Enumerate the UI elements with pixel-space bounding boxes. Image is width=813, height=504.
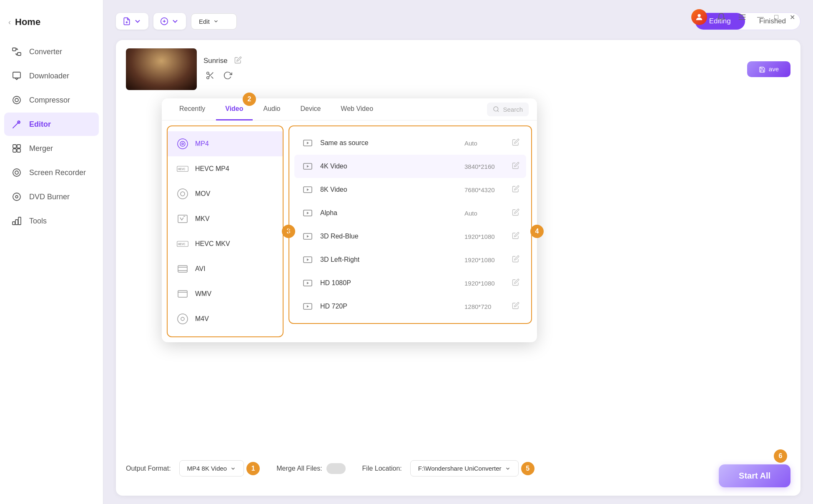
format-item-hevc-mkv[interactable]: HEVC HEVC MKV — [168, 231, 283, 256]
menu-icon[interactable] — [735, 10, 749, 24]
output-format-select[interactable]: MP4 8K Video — [179, 460, 244, 476]
resolution-item-8k[interactable]: 8K Video 7680*4320 — [294, 178, 526, 201]
merge-toggle: Merge All Files: — [276, 463, 345, 474]
sidebar-item-downloader[interactable]: Downloader — [4, 64, 99, 88]
format-item-hevc-mp4[interactable]: HEVC HEVC MP4 — [168, 156, 283, 181]
sidebar-item-screen-recorder[interactable]: Screen Recorder — [4, 161, 99, 184]
sidebar-collapse-icon[interactable]: ‹ — [8, 18, 11, 27]
video-file-icon-8k — [301, 183, 314, 196]
svg-point-34 — [180, 141, 185, 146]
tab-audio[interactable]: Audio — [254, 98, 290, 120]
res-edit-8k[interactable] — [512, 185, 519, 194]
svg-line-29 — [211, 76, 213, 78]
video-file-icon-3d-lr — [301, 253, 314, 266]
video-file-icon-3d-rb — [301, 230, 314, 243]
sidebar-item-dvd-burner[interactable]: DVD Burner — [4, 185, 99, 208]
format-item-mov[interactable]: MOV — [168, 181, 283, 206]
resolution-item-hd-720p[interactable]: HD 720P 1280*720 — [294, 295, 526, 318]
res-edit-3d-left-right[interactable] — [512, 255, 519, 264]
file-location-select[interactable]: F:\Wondershare UniConverter — [410, 460, 519, 476]
format-list: MP4 HEVC HEVC MP4 — [167, 125, 284, 337]
sidebar-item-label-tools: Tools — [29, 217, 47, 226]
format-item-mp4[interactable]: MP4 — [168, 131, 283, 156]
sidebar-header: ‹ Home — [0, 13, 103, 40]
maximize-button[interactable]: □ — [772, 13, 780, 21]
res-size-hd-1080p: 1920*1080 — [464, 280, 506, 287]
svg-line-32 — [498, 110, 499, 112]
video-edit-icon[interactable] — [234, 56, 242, 65]
edit-dropdown[interactable]: Edit — [191, 13, 237, 30]
format-item-mkv[interactable]: MKV — [168, 206, 283, 231]
search-placeholder: Search — [503, 106, 523, 113]
bottom-bar: Output Format: MP4 8K Video 1 Merge All … — [126, 443, 790, 487]
format-label-m4v: M4V — [195, 315, 209, 323]
add-url-button[interactable] — [153, 13, 186, 30]
format-item-m4v[interactable]: M4V — [168, 306, 283, 331]
merge-toggle-switch[interactable] — [326, 463, 346, 474]
cut-icon[interactable] — [203, 69, 217, 82]
user-avatar[interactable] — [691, 9, 707, 25]
merge-label: Merge All Files: — [276, 465, 322, 472]
mkv-icon — [176, 212, 189, 226]
save-label: ave — [769, 65, 779, 73]
start-all-button[interactable]: Start All — [719, 464, 790, 487]
notification-icon[interactable] — [715, 10, 728, 24]
format-item-avi[interactable]: AVI — [168, 256, 283, 281]
svg-point-38 — [178, 189, 188, 199]
resolution-item-same-as-source[interactable]: Same as source Auto — [294, 131, 526, 155]
res-edit-3d-red-blue[interactable] — [512, 232, 519, 241]
rotate-icon[interactable] — [221, 69, 234, 82]
sidebar-item-converter[interactable]: Converter — [4, 40, 99, 63]
sidebar-item-label-screen-recorder: Screen Recorder — [29, 168, 86, 177]
close-button[interactable]: ✕ — [788, 13, 796, 21]
sidebar-item-label-merger: Merger — [29, 144, 53, 153]
svg-point-33 — [178, 139, 188, 149]
converter-icon — [11, 46, 23, 58]
resolution-item-alpha[interactable]: Alpha Auto — [294, 201, 526, 225]
resolution-list: Same as source Auto — [289, 125, 532, 324]
svg-rect-14 — [13, 222, 15, 225]
sidebar-item-compressor[interactable]: Compressor — [4, 88, 99, 112]
video-file-icon-1080p — [301, 276, 314, 290]
svg-point-3 — [13, 96, 20, 104]
sidebar-item-merger[interactable]: Merger — [4, 137, 99, 160]
main-content: — □ ✕ Edit — [103, 0, 813, 504]
sidebar-item-tools[interactable]: Tools — [4, 209, 99, 233]
svg-rect-6 — [13, 145, 16, 148]
svg-line-30 — [208, 74, 210, 75]
res-label-4k: 4K Video — [320, 163, 459, 170]
save-button[interactable]: ave — [747, 61, 790, 77]
resolution-item-3d-left-right[interactable]: 3D Left-Right 1920*1080 — [294, 248, 526, 271]
video-info: Sunrise — [203, 56, 242, 82]
resolution-item-3d-red-blue[interactable]: 3D Red-Blue 1920*1080 — [294, 225, 526, 248]
sidebar-title: Home — [15, 17, 40, 28]
tab-recently[interactable]: Recently — [170, 98, 214, 120]
mp4-icon — [176, 137, 189, 150]
resolution-item-4k[interactable]: 4K Video 3840*2160 — [294, 155, 526, 178]
res-edit-alpha[interactable] — [512, 208, 519, 218]
svg-marker-54 — [307, 165, 309, 168]
video-thumbnail — [126, 48, 197, 90]
svg-point-10 — [15, 171, 18, 174]
res-size-hd-720p: 1280*720 — [464, 303, 506, 310]
video-controls — [203, 69, 242, 82]
format-search[interactable]: Search — [487, 103, 529, 116]
sidebar-item-editor[interactable]: Editor — [4, 113, 99, 136]
format-label-mov: MOV — [195, 190, 210, 198]
res-edit-4k[interactable] — [512, 162, 519, 171]
video-row: Sunrise — [126, 48, 790, 90]
tab-device[interactable]: Device — [291, 98, 330, 120]
hevc-mkv-icon: HEVC — [176, 237, 189, 251]
add-file-button[interactable] — [116, 13, 148, 30]
format-picker: Recently Video Audio Device Web Video Se… — [162, 98, 537, 342]
res-size-8k: 7680*4320 — [464, 186, 506, 193]
tab-web-video[interactable]: Web Video — [331, 98, 382, 120]
resolution-item-hd-1080p[interactable]: HD 1080P 1920*1080 — [294, 271, 526, 295]
minimize-button[interactable]: — — [756, 13, 765, 21]
format-item-wmv[interactable]: WMV — [168, 281, 283, 306]
badge-5: 5 — [521, 462, 534, 475]
avi-icon — [176, 262, 189, 276]
res-edit-same-as-source[interactable] — [512, 138, 519, 148]
res-edit-hd-720p[interactable] — [512, 302, 519, 311]
res-edit-hd-1080p[interactable] — [512, 278, 519, 288]
